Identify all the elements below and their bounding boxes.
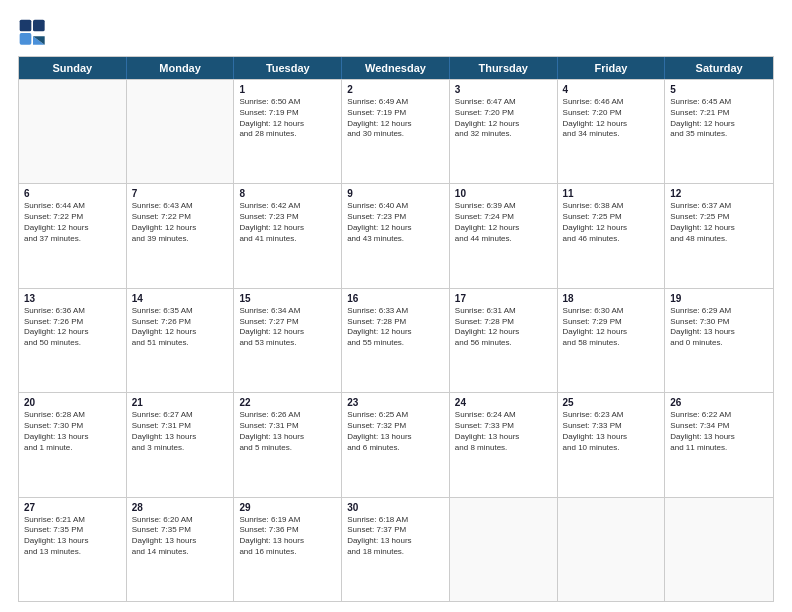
day-number: 21 <box>132 397 229 408</box>
calendar-week-3: 13Sunrise: 6:36 AM Sunset: 7:26 PM Dayli… <box>19 288 773 392</box>
day-info: Sunrise: 6:18 AM Sunset: 7:37 PM Dayligh… <box>347 515 444 558</box>
day-info: Sunrise: 6:25 AM Sunset: 7:32 PM Dayligh… <box>347 410 444 453</box>
calendar-body: 1Sunrise: 6:50 AM Sunset: 7:19 PM Daylig… <box>19 79 773 601</box>
day-cell-21: 21Sunrise: 6:27 AM Sunset: 7:31 PM Dayli… <box>127 393 235 496</box>
day-info: Sunrise: 6:19 AM Sunset: 7:36 PM Dayligh… <box>239 515 336 558</box>
day-number: 15 <box>239 293 336 304</box>
calendar-week-2: 6Sunrise: 6:44 AM Sunset: 7:22 PM Daylig… <box>19 183 773 287</box>
day-number: 25 <box>563 397 660 408</box>
day-cell-17: 17Sunrise: 6:31 AM Sunset: 7:28 PM Dayli… <box>450 289 558 392</box>
day-cell-15: 15Sunrise: 6:34 AM Sunset: 7:27 PM Dayli… <box>234 289 342 392</box>
calendar-week-1: 1Sunrise: 6:50 AM Sunset: 7:19 PM Daylig… <box>19 79 773 183</box>
day-header-monday: Monday <box>127 57 235 79</box>
day-number: 24 <box>455 397 552 408</box>
day-number: 29 <box>239 502 336 513</box>
day-info: Sunrise: 6:35 AM Sunset: 7:26 PM Dayligh… <box>132 306 229 349</box>
day-number: 4 <box>563 84 660 95</box>
day-info: Sunrise: 6:34 AM Sunset: 7:27 PM Dayligh… <box>239 306 336 349</box>
day-info: Sunrise: 6:20 AM Sunset: 7:35 PM Dayligh… <box>132 515 229 558</box>
day-number: 19 <box>670 293 768 304</box>
day-info: Sunrise: 6:46 AM Sunset: 7:20 PM Dayligh… <box>563 97 660 140</box>
empty-cell <box>450 498 558 601</box>
empty-cell <box>558 498 666 601</box>
day-cell-25: 25Sunrise: 6:23 AM Sunset: 7:33 PM Dayli… <box>558 393 666 496</box>
day-header-wednesday: Wednesday <box>342 57 450 79</box>
day-info: Sunrise: 6:42 AM Sunset: 7:23 PM Dayligh… <box>239 201 336 244</box>
day-info: Sunrise: 6:27 AM Sunset: 7:31 PM Dayligh… <box>132 410 229 453</box>
logo <box>18 18 52 48</box>
day-header-saturday: Saturday <box>665 57 773 79</box>
day-cell-28: 28Sunrise: 6:20 AM Sunset: 7:35 PM Dayli… <box>127 498 235 601</box>
day-cell-23: 23Sunrise: 6:25 AM Sunset: 7:32 PM Dayli… <box>342 393 450 496</box>
day-number: 1 <box>239 84 336 95</box>
day-cell-4: 4Sunrise: 6:46 AM Sunset: 7:20 PM Daylig… <box>558 80 666 183</box>
calendar-header: SundayMondayTuesdayWednesdayThursdayFrid… <box>19 57 773 79</box>
day-info: Sunrise: 6:28 AM Sunset: 7:30 PM Dayligh… <box>24 410 121 453</box>
day-cell-9: 9Sunrise: 6:40 AM Sunset: 7:23 PM Daylig… <box>342 184 450 287</box>
day-info: Sunrise: 6:39 AM Sunset: 7:24 PM Dayligh… <box>455 201 552 244</box>
day-info: Sunrise: 6:37 AM Sunset: 7:25 PM Dayligh… <box>670 201 768 244</box>
day-cell-22: 22Sunrise: 6:26 AM Sunset: 7:31 PM Dayli… <box>234 393 342 496</box>
day-info: Sunrise: 6:38 AM Sunset: 7:25 PM Dayligh… <box>563 201 660 244</box>
calendar-week-5: 27Sunrise: 6:21 AM Sunset: 7:35 PM Dayli… <box>19 497 773 601</box>
header <box>18 18 774 48</box>
day-cell-14: 14Sunrise: 6:35 AM Sunset: 7:26 PM Dayli… <box>127 289 235 392</box>
day-info: Sunrise: 6:23 AM Sunset: 7:33 PM Dayligh… <box>563 410 660 453</box>
day-number: 13 <box>24 293 121 304</box>
day-cell-29: 29Sunrise: 6:19 AM Sunset: 7:36 PM Dayli… <box>234 498 342 601</box>
day-number: 18 <box>563 293 660 304</box>
day-number: 30 <box>347 502 444 513</box>
day-header-sunday: Sunday <box>19 57 127 79</box>
day-number: 6 <box>24 188 121 199</box>
day-number: 5 <box>670 84 768 95</box>
day-cell-2: 2Sunrise: 6:49 AM Sunset: 7:19 PM Daylig… <box>342 80 450 183</box>
day-number: 11 <box>563 188 660 199</box>
day-number: 26 <box>670 397 768 408</box>
day-cell-1: 1Sunrise: 6:50 AM Sunset: 7:19 PM Daylig… <box>234 80 342 183</box>
day-cell-8: 8Sunrise: 6:42 AM Sunset: 7:23 PM Daylig… <box>234 184 342 287</box>
day-cell-13: 13Sunrise: 6:36 AM Sunset: 7:26 PM Dayli… <box>19 289 127 392</box>
day-info: Sunrise: 6:24 AM Sunset: 7:33 PM Dayligh… <box>455 410 552 453</box>
day-cell-5: 5Sunrise: 6:45 AM Sunset: 7:21 PM Daylig… <box>665 80 773 183</box>
day-header-thursday: Thursday <box>450 57 558 79</box>
day-info: Sunrise: 6:44 AM Sunset: 7:22 PM Dayligh… <box>24 201 121 244</box>
svg-rect-1 <box>20 20 32 32</box>
day-info: Sunrise: 6:50 AM Sunset: 7:19 PM Dayligh… <box>239 97 336 140</box>
day-header-friday: Friday <box>558 57 666 79</box>
day-info: Sunrise: 6:33 AM Sunset: 7:28 PM Dayligh… <box>347 306 444 349</box>
day-number: 7 <box>132 188 229 199</box>
day-number: 8 <box>239 188 336 199</box>
day-cell-6: 6Sunrise: 6:44 AM Sunset: 7:22 PM Daylig… <box>19 184 127 287</box>
day-cell-3: 3Sunrise: 6:47 AM Sunset: 7:20 PM Daylig… <box>450 80 558 183</box>
day-cell-12: 12Sunrise: 6:37 AM Sunset: 7:25 PM Dayli… <box>665 184 773 287</box>
day-cell-7: 7Sunrise: 6:43 AM Sunset: 7:22 PM Daylig… <box>127 184 235 287</box>
day-cell-11: 11Sunrise: 6:38 AM Sunset: 7:25 PM Dayli… <box>558 184 666 287</box>
day-info: Sunrise: 6:21 AM Sunset: 7:35 PM Dayligh… <box>24 515 121 558</box>
day-info: Sunrise: 6:49 AM Sunset: 7:19 PM Dayligh… <box>347 97 444 140</box>
day-number: 14 <box>132 293 229 304</box>
page: SundayMondayTuesdayWednesdayThursdayFrid… <box>0 0 792 612</box>
day-header-tuesday: Tuesday <box>234 57 342 79</box>
day-number: 2 <box>347 84 444 95</box>
day-cell-16: 16Sunrise: 6:33 AM Sunset: 7:28 PM Dayli… <box>342 289 450 392</box>
day-number: 10 <box>455 188 552 199</box>
day-number: 17 <box>455 293 552 304</box>
day-number: 27 <box>24 502 121 513</box>
day-cell-27: 27Sunrise: 6:21 AM Sunset: 7:35 PM Dayli… <box>19 498 127 601</box>
day-cell-10: 10Sunrise: 6:39 AM Sunset: 7:24 PM Dayli… <box>450 184 558 287</box>
calendar: SundayMondayTuesdayWednesdayThursdayFrid… <box>18 56 774 602</box>
empty-cell <box>127 80 235 183</box>
day-number: 12 <box>670 188 768 199</box>
svg-rect-2 <box>33 20 45 32</box>
day-info: Sunrise: 6:36 AM Sunset: 7:26 PM Dayligh… <box>24 306 121 349</box>
day-info: Sunrise: 6:45 AM Sunset: 7:21 PM Dayligh… <box>670 97 768 140</box>
day-info: Sunrise: 6:29 AM Sunset: 7:30 PM Dayligh… <box>670 306 768 349</box>
day-cell-30: 30Sunrise: 6:18 AM Sunset: 7:37 PM Dayli… <box>342 498 450 601</box>
day-info: Sunrise: 6:22 AM Sunset: 7:34 PM Dayligh… <box>670 410 768 453</box>
day-number: 3 <box>455 84 552 95</box>
day-info: Sunrise: 6:47 AM Sunset: 7:20 PM Dayligh… <box>455 97 552 140</box>
day-cell-26: 26Sunrise: 6:22 AM Sunset: 7:34 PM Dayli… <box>665 393 773 496</box>
day-info: Sunrise: 6:43 AM Sunset: 7:22 PM Dayligh… <box>132 201 229 244</box>
day-cell-24: 24Sunrise: 6:24 AM Sunset: 7:33 PM Dayli… <box>450 393 558 496</box>
svg-rect-3 <box>20 33 32 45</box>
